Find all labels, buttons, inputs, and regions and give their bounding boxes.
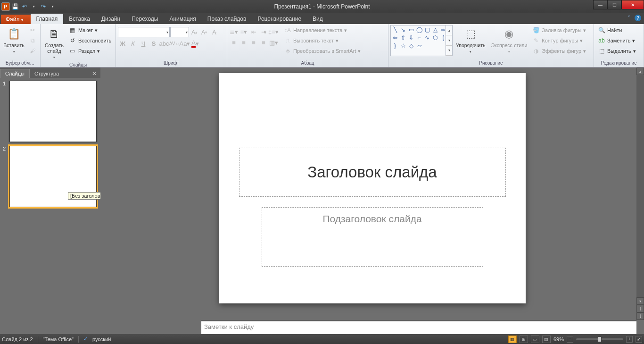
title-placeholder[interactable]: Заголовок слайда xyxy=(239,148,506,197)
shape-effects-button[interactable]: ◑Эффекты фигур ▾ xyxy=(530,46,588,56)
shape-star-icon[interactable]: ☆ xyxy=(400,42,406,49)
find-button[interactable]: 🔍Найти xyxy=(596,25,638,35)
grow-font-button[interactable]: A▴ xyxy=(190,27,199,37)
select-button[interactable]: ⬚Выделить ▾ xyxy=(596,46,638,56)
align-center-button[interactable]: ≡ xyxy=(239,38,248,47)
undo-icon[interactable]: ↶ xyxy=(20,2,29,11)
slide-canvas[interactable]: Заголовок слайда Подзаголовок слайда xyxy=(219,73,526,303)
shape-ellipse-icon[interactable]: ◯ xyxy=(416,26,422,33)
strike-button[interactable]: S xyxy=(149,39,158,48)
bold-button[interactable]: Ж xyxy=(118,39,127,48)
maximize-button[interactable]: ☐ xyxy=(607,0,621,9)
shape-brace2-icon[interactable]: } xyxy=(392,42,398,49)
clear-format-button[interactable]: A̶ xyxy=(209,27,219,37)
shape-callout-icon[interactable]: ◇ xyxy=(408,42,414,49)
tab-design[interactable]: Дизайн xyxy=(96,14,126,24)
align-right-button[interactable]: ≡ xyxy=(249,38,258,47)
copy-button[interactable]: ⧉ xyxy=(27,35,38,46)
font-color-button[interactable]: A▾ xyxy=(190,39,200,48)
shape-arrow-l-icon[interactable]: ⇦ xyxy=(392,34,398,41)
vertical-scrollbar[interactable]: ▴ ▾ ⭱ ⭳ xyxy=(636,67,644,320)
app-icon[interactable]: P xyxy=(1,2,10,11)
minimize-ribbon-icon[interactable]: ˇ xyxy=(625,15,633,22)
shadow-button[interactable]: abc xyxy=(159,39,169,48)
shape-fill-button[interactable]: 🪣Заливка фигуры ▾ xyxy=(530,25,588,35)
prev-slide-icon[interactable]: ⭱ xyxy=(636,305,644,312)
shape-outline-button[interactable]: ✎Контур фигуры ▾ xyxy=(530,35,588,46)
shape-rounded-icon[interactable]: ▢ xyxy=(424,26,430,33)
sorter-view-button[interactable]: ⊞ xyxy=(520,336,528,343)
shape-rect-icon[interactable]: ▭ xyxy=(408,26,414,33)
zoom-handle[interactable] xyxy=(598,336,602,342)
scroll-up-icon[interactable]: ▴ xyxy=(636,67,644,75)
scroll-down-icon[interactable]: ▾ xyxy=(636,297,644,305)
zoom-in-button[interactable]: + xyxy=(626,336,633,343)
tab-slideshow[interactable]: Показ слайдов xyxy=(202,14,252,24)
paste-button[interactable]: 📋 Вставить ▾ xyxy=(2,25,26,56)
align-text-button[interactable]: ⎍Выровнять текст ▾ xyxy=(282,35,363,46)
next-slide-icon[interactable]: ⭳ xyxy=(636,312,644,320)
new-slide-button[interactable]: 🗎 Создать слайд ▾ xyxy=(42,25,66,62)
slides-tab[interactable]: Слайды xyxy=(0,69,30,78)
convert-smartart-button[interactable]: ⬘Преобразовать в SmartArt ▾ xyxy=(282,46,363,56)
format-painter-button[interactable]: 🖌 xyxy=(27,46,38,56)
italic-button[interactable]: К xyxy=(128,39,138,48)
shape-triangle-icon[interactable]: △ xyxy=(432,26,438,33)
save-icon[interactable]: 💾 xyxy=(11,2,19,11)
slide-thumb-2[interactable]: 2 [Без заголовка] xyxy=(3,146,98,207)
gallery-scroll-up[interactable]: ▴ xyxy=(446,25,452,35)
cut-button[interactable]: ✂ xyxy=(27,25,38,35)
tab-animations[interactable]: Анимация xyxy=(164,14,201,24)
minimize-button[interactable]: — xyxy=(593,0,607,9)
section-button[interactable]: ▭Раздел ▾ xyxy=(67,46,113,56)
qat-customize-icon[interactable]: ▾ xyxy=(49,2,57,11)
fit-window-button[interactable]: ⤢ xyxy=(636,336,642,343)
tab-transitions[interactable]: Переходы xyxy=(126,14,164,24)
change-case-button[interactable]: Aa▾ xyxy=(180,39,190,48)
gallery-expand[interactable]: ▾ xyxy=(446,46,452,56)
slide-thumb-1[interactable]: 1 xyxy=(3,81,98,142)
line-spacing-button[interactable]: ‡≡▾ xyxy=(269,27,278,36)
zoom-out-button[interactable]: − xyxy=(567,336,573,343)
increase-indent-button[interactable]: ⇥ xyxy=(259,27,268,36)
language-status[interactable]: русский xyxy=(92,336,111,342)
text-direction-button[interactable]: ↕AНаправление текста ▾ xyxy=(282,25,363,35)
panel-close-icon[interactable]: ✕ xyxy=(88,69,100,78)
justify-button[interactable]: ≡ xyxy=(259,38,268,47)
redo-icon[interactable]: ↷ xyxy=(39,2,48,11)
help-icon[interactable]: ? xyxy=(635,15,641,21)
zoom-level[interactable]: 69% xyxy=(553,336,564,342)
arrange-button[interactable]: ⬚ Упорядочить ▾ xyxy=(454,25,487,56)
shape-line-icon[interactable]: ╲ xyxy=(392,26,398,33)
replace-button[interactable]: abЗаменить ▾ xyxy=(596,35,638,46)
align-left-button[interactable]: ≡ xyxy=(229,38,239,47)
spellcheck-icon[interactable]: ✓ xyxy=(83,336,88,342)
underline-button[interactable]: Ч xyxy=(139,39,148,48)
shape-curve-icon[interactable]: ∿ xyxy=(424,34,430,41)
shape-freeform-icon[interactable]: ⬡ xyxy=(432,34,438,41)
reading-view-button[interactable]: ▭ xyxy=(531,336,539,343)
font-size-combo[interactable] xyxy=(170,27,189,37)
numbering-button[interactable]: ≡▾ xyxy=(239,27,248,36)
close-button[interactable]: ✕ xyxy=(621,0,644,9)
shrink-font-button[interactable]: A▾ xyxy=(199,27,209,37)
shape-connector-icon[interactable]: ⌐ xyxy=(416,34,422,41)
font-name-combo[interactable] xyxy=(118,27,170,37)
file-tab[interactable]: Файл xyxy=(1,15,31,24)
notes-pane[interactable]: Заметки к слайду xyxy=(201,320,636,334)
shape-action-icon[interactable]: ▱ xyxy=(416,42,422,49)
shapes-gallery[interactable]: ╲ ↘ ▭ ◯ ▢ △ ⇨ ⇦ ⇧ ⇩ ⌐ ∿ ⬡ { } ☆ ◇ ▱ ▴ xyxy=(390,25,453,56)
tab-insert[interactable]: Вставка xyxy=(63,14,96,24)
tab-view[interactable]: Вид xyxy=(307,14,329,24)
quick-styles-button[interactable]: ◉ Экспресс-стили ▾ xyxy=(488,25,529,56)
slideshow-view-button[interactable]: ▤ xyxy=(542,336,551,343)
shape-arrow-u-icon[interactable]: ⇧ xyxy=(400,34,406,41)
reset-button[interactable]: ↺Восстановить xyxy=(67,35,113,46)
tab-home[interactable]: Главная xyxy=(31,14,64,24)
columns-button[interactable]: ▥▾ xyxy=(269,38,278,47)
normal-view-button[interactable]: ▦ xyxy=(508,336,517,343)
char-spacing-button[interactable]: AV↔ xyxy=(170,39,179,48)
zoom-slider[interactable] xyxy=(576,338,623,340)
bullets-button[interactable]: ≣▾ xyxy=(229,27,239,36)
decrease-indent-button[interactable]: ⇤ xyxy=(249,27,258,36)
